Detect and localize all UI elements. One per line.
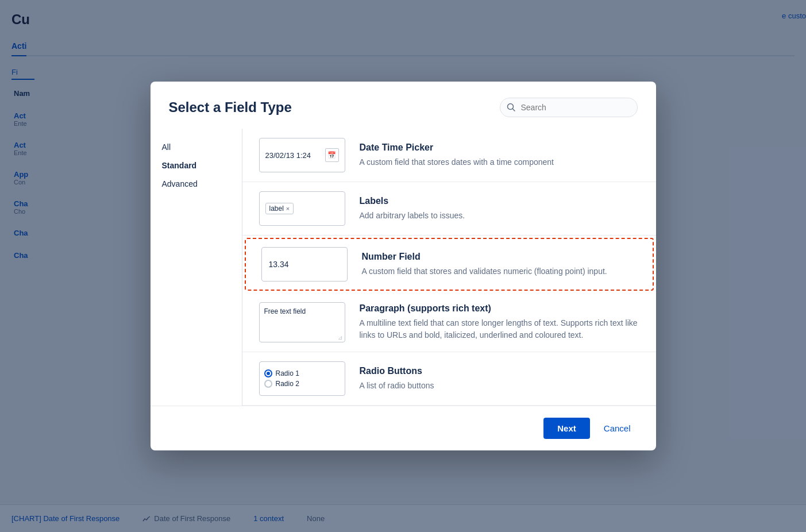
paragraph-preview-box: Free text field ⊿	[259, 302, 345, 342]
number-info: Number Field A custom field that stores …	[362, 252, 640, 277]
modal-dialog: Select a Field Type All Standard Advance…	[151, 82, 656, 450]
modal-header: Select a Field Type	[151, 82, 656, 129]
number-preview-box: 13.34	[261, 247, 348, 282]
modal-overlay: Select a Field Type All Standard Advance…	[0, 0, 806, 532]
resize-handle: ⊿	[338, 334, 342, 341]
modal-footer: Next Cancel	[151, 406, 656, 450]
radio-label-2: Radio 2	[276, 380, 299, 388]
field-type-paragraph[interactable]: Free text field ⊿ Paragraph (supports ri…	[242, 293, 656, 352]
cancel-button[interactable]: Cancel	[597, 418, 638, 439]
paragraph-value: Free text field	[264, 307, 306, 315]
sidebar-nav-all[interactable]: All	[162, 138, 230, 156]
radio-dot-2	[264, 380, 272, 388]
labels-info: Labels Add arbitrary labels to issues.	[360, 196, 642, 222]
field-type-number[interactable]: 13.34 Number Field A custom field that s…	[245, 238, 654, 291]
labels-preview: label ×	[256, 191, 348, 226]
labels-desc: Add arbitrary labels to issues.	[360, 210, 642, 222]
datetime-info: Date Time Picker A custom field that sto…	[360, 142, 642, 168]
calendar-icon: 📅	[325, 148, 339, 162]
radio-dot-1	[264, 369, 272, 377]
number-name: Number Field	[362, 252, 640, 262]
number-value: 13.34	[269, 260, 289, 269]
number-desc: A custom field that stores and validates…	[362, 265, 640, 277]
radio-row-2: Radio 2	[264, 380, 299, 388]
labels-preview-box: label ×	[259, 191, 345, 226]
label-chip-close: ×	[286, 205, 290, 212]
radio-preview-box: Radio 1 Radio 2	[259, 361, 345, 396]
modal-title: Select a Field Type	[169, 99, 292, 115]
radio-preview: Radio 1 Radio 2	[256, 361, 348, 396]
sidebar-nav-advanced[interactable]: Advanced	[162, 175, 230, 193]
paragraph-info: Paragraph (supports rich text) A multili…	[360, 303, 642, 341]
modal-content: 23/02/13 1:24 📅 Date Time Picker A custo…	[242, 129, 656, 406]
search-input[interactable]	[500, 98, 638, 117]
labels-name: Labels	[360, 196, 642, 206]
datetime-preview-box: 23/02/13 1:24 📅	[259, 138, 345, 172]
radio-desc: A list of radio buttons	[360, 380, 642, 392]
next-button[interactable]: Next	[543, 418, 590, 439]
field-type-datetime[interactable]: 23/02/13 1:24 📅 Date Time Picker A custo…	[242, 129, 656, 182]
label-chip-text: label	[269, 205, 284, 213]
datetime-desc: A custom field that stores dates with a …	[360, 156, 642, 168]
label-chip: label ×	[265, 203, 294, 214]
radio-name: Radio Buttons	[360, 366, 642, 376]
number-preview: 13.34	[259, 247, 350, 282]
field-type-labels[interactable]: label × Labels Add arbitrary labels to i…	[242, 182, 656, 236]
datetime-value: 23/02/13 1:24	[265, 151, 311, 160]
paragraph-name: Paragraph (supports rich text)	[360, 303, 642, 314]
datetime-name: Date Time Picker	[360, 142, 642, 153]
radio-label-1: Radio 1	[276, 369, 299, 377]
modal-sidebar: All Standard Advanced	[151, 129, 242, 406]
modal-body: All Standard Advanced 23/02/13 1:24 📅 Da…	[151, 129, 656, 406]
search-wrapper	[500, 98, 638, 117]
sidebar-nav-standard[interactable]: Standard	[162, 156, 230, 175]
paragraph-desc: A multiline text field that can store lo…	[360, 317, 642, 341]
field-type-radio[interactable]: Radio 1 Radio 2 Radio Buttons A list of …	[242, 352, 656, 406]
radio-row-1: Radio 1	[264, 369, 299, 377]
paragraph-preview: Free text field ⊿	[256, 302, 348, 342]
radio-info: Radio Buttons A list of radio buttons	[360, 366, 642, 392]
datetime-preview: 23/02/13 1:24 📅	[256, 138, 348, 172]
